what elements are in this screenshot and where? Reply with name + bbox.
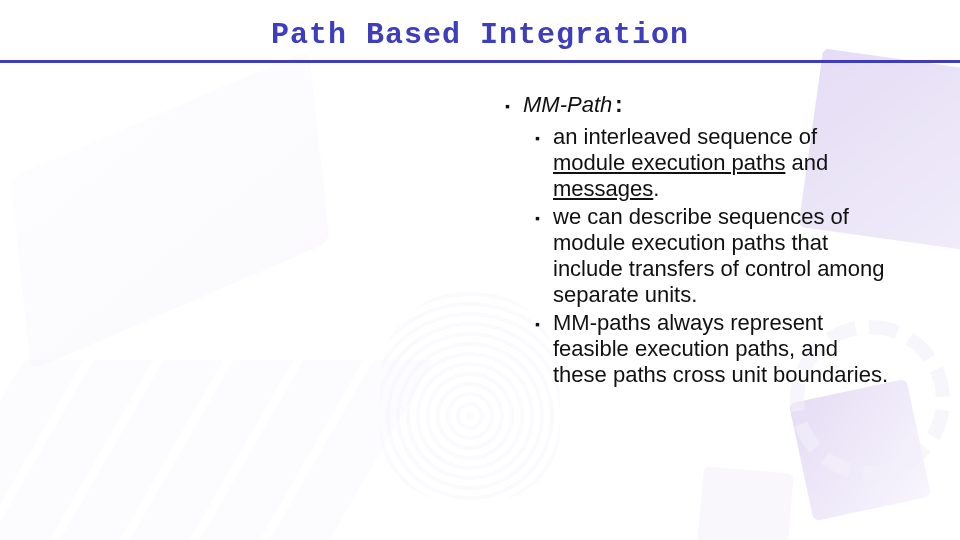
underlined-text: messages: [553, 176, 653, 201]
bullet-text-3: MM-paths always represent feasible execu…: [553, 310, 890, 388]
bullet-text-2: we can describe sequences of module exec…: [553, 204, 890, 308]
bullet-icon: ▪: [535, 204, 553, 308]
list-item: ▪ MM-paths always represent feasible exe…: [535, 310, 890, 388]
bullet-text-1: an interleaved sequence of module execut…: [553, 124, 890, 202]
heading-term: MM-Path: [523, 92, 612, 117]
heading-item: ▪ MM-Path:: [505, 92, 890, 120]
underlined-text: module execution paths: [553, 150, 785, 175]
text-fragment: and: [785, 150, 828, 175]
content-block: ▪ MM-Path: ▪ an interleaved sequence of …: [505, 92, 890, 389]
text-fragment: an interleaved sequence of: [553, 124, 817, 149]
text-fragment: .: [653, 176, 659, 201]
list-item: ▪ an interleaved sequence of module exec…: [535, 124, 890, 202]
bullet-icon: ▪: [535, 310, 553, 388]
heading-colon: :: [612, 94, 625, 119]
list-item: ▪ we can describe sequences of module ex…: [535, 204, 890, 308]
sub-bullet-list: ▪ an interleaved sequence of module exec…: [535, 124, 890, 388]
bullet-icon: ▪: [505, 92, 523, 120]
slide: Path Based Integration ▪ MM-Path: ▪ an i…: [0, 0, 960, 540]
bullet-icon: ▪: [535, 124, 553, 202]
title-divider: [0, 60, 960, 63]
slide-title: Path Based Integration: [0, 0, 960, 52]
